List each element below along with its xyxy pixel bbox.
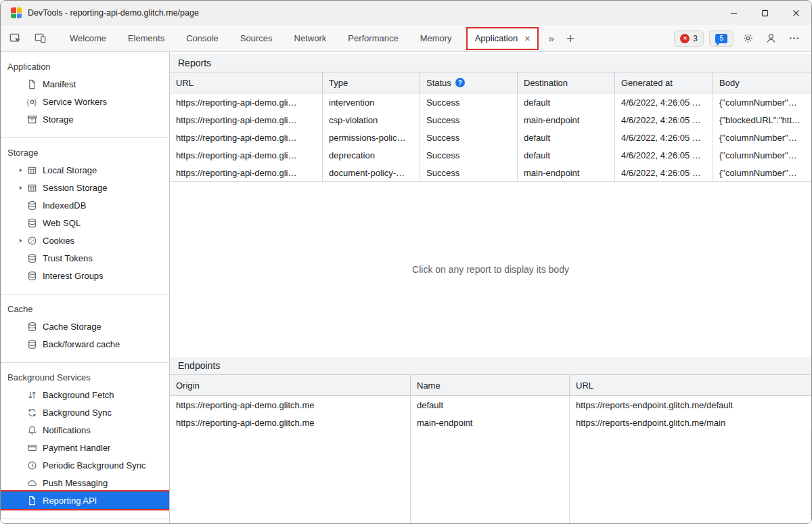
reports-col-generated-at[interactable]: Generated at: [615, 72, 713, 93]
tab-network[interactable]: Network: [284, 25, 338, 51]
report-url[interactable]: https://reporting-api-demo.gli…: [170, 111, 323, 129]
maximize-button[interactable]: [749, 1, 780, 25]
tab-memory[interactable]: Memory: [409, 25, 463, 51]
report-type[interactable]: deprecation: [323, 146, 420, 164]
application-sidebar: Application Manifest Service Workers Sto…: [1, 52, 170, 523]
expand-arrow-icon[interactable]: [14, 167, 26, 173]
sidebar-item-payment-handler[interactable]: Payment Handler: [1, 439, 169, 456]
report-row[interactable]: https://reporting-api-demo.gli… csp-viol…: [170, 111, 811, 129]
reports-col-status[interactable]: Status ?: [420, 72, 518, 93]
sidebar-item-trust-tokens[interactable]: Trust Tokens: [1, 249, 169, 267]
report-destination[interactable]: main-endpoint: [518, 164, 615, 181]
tab-welcome[interactable]: Welcome: [59, 25, 117, 51]
reports-col-type[interactable]: Type: [323, 72, 420, 93]
close-tab-icon[interactable]: ×: [524, 34, 530, 43]
report-body[interactable]: {"columnNumber"…: [713, 129, 811, 146]
status-help-icon[interactable]: ?: [455, 78, 465, 87]
report-type[interactable]: permissions-polic…: [323, 129, 420, 146]
sidebar-item-notifications[interactable]: Notifications: [1, 421, 169, 439]
report-url[interactable]: https://reporting-api-demo.gli…: [170, 146, 323, 164]
tab-sources[interactable]: Sources: [229, 25, 284, 51]
report-body[interactable]: {"columnNumber"…: [713, 146, 811, 164]
sidebar-item-periodic-background-sync[interactable]: Periodic Background Sync: [1, 456, 169, 474]
reports-col-body[interactable]: Body: [713, 72, 811, 93]
report-url[interactable]: https://reporting-api-demo.gli…: [170, 93, 323, 111]
report-body[interactable]: {"columnNumber"…: [713, 93, 811, 111]
sidebar-item-label: Session Storage: [43, 183, 107, 193]
sidebar-section-background-services: Background Services Background Fetch Bac…: [1, 363, 169, 519]
expand-arrow-icon[interactable]: [14, 238, 26, 244]
sidebar-item-cookies[interactable]: Cookies: [1, 232, 169, 249]
sidebar-item-back-forward-cache[interactable]: Back/forward cache: [1, 335, 169, 353]
tab-application[interactable]: Application ×: [466, 27, 539, 50]
report-row[interactable]: https://reporting-api-demo.gli… document…: [170, 164, 811, 181]
sidebar-item-cache-storage[interactable]: Cache Storage: [1, 318, 169, 335]
report-row[interactable]: https://reporting-api-demo.gli… deprecat…: [170, 146, 811, 164]
report-generated-at[interactable]: 4/6/2022, 4:26:05 …: [615, 164, 713, 181]
expand-arrow-icon[interactable]: [14, 185, 26, 191]
report-status[interactable]: Success: [420, 129, 518, 146]
report-body[interactable]: {"columnNumber"…: [713, 164, 811, 181]
endpoints-col-name[interactable]: Name: [411, 375, 570, 395]
report-destination[interactable]: default: [518, 146, 615, 164]
endpoints-filler-cell: [411, 431, 570, 523]
document-icon: [26, 79, 37, 89]
endpoints-col-url[interactable]: URL: [570, 375, 811, 395]
sidebar-section-cache: Cache Cache Storage Back/forward cache: [1, 294, 169, 363]
report-status[interactable]: Success: [420, 93, 518, 111]
report-generated-at[interactable]: 4/6/2022, 4:26:05 …: [615, 129, 713, 146]
cookie-icon: [26, 235, 37, 246]
sidebar-item-reporting-api[interactable]: Reporting API: [1, 492, 169, 509]
tab-console[interactable]: Console: [175, 25, 229, 51]
reports-col-url[interactable]: URL: [170, 72, 323, 93]
report-status[interactable]: Success: [420, 164, 518, 181]
settings-gear-icon[interactable]: [739, 30, 757, 47]
endpoints-col-origin[interactable]: Origin: [170, 375, 411, 395]
report-type[interactable]: csp-violation: [323, 111, 420, 129]
report-generated-at[interactable]: 4/6/2022, 4:26:05 …: [615, 111, 713, 129]
more-tabs-button[interactable]: »: [542, 25, 560, 51]
report-generated-at[interactable]: 4/6/2022, 4:26:05 …: [615, 93, 713, 111]
report-body[interactable]: {"blockedURL":"htt…: [713, 111, 811, 129]
minimize-button[interactable]: [718, 1, 749, 25]
sidebar-item-label: Push Messaging: [43, 478, 108, 488]
devtools-logo-icon: [11, 7, 22, 18]
report-type[interactable]: document-policy-…: [323, 164, 420, 181]
report-row[interactable]: https://reporting-api-demo.gli… interven…: [170, 93, 811, 111]
report-destination[interactable]: default: [518, 93, 615, 111]
sidebar-item-background-sync[interactable]: Background Sync: [1, 403, 169, 421]
sidebar-item-interest-groups[interactable]: Interest Groups: [1, 267, 169, 284]
reports-col-destination[interactable]: Destination: [518, 72, 615, 93]
sidebar-item-manifest[interactable]: Manifest: [1, 75, 169, 93]
error-badge[interactable]: 3: [674, 30, 704, 47]
report-generated-at[interactable]: 4/6/2022, 4:26:05 …: [615, 146, 713, 164]
new-tab-button[interactable]: +: [560, 25, 581, 51]
tab-performance[interactable]: Performance: [337, 25, 409, 51]
sidebar-item-push-messaging[interactable]: Push Messaging: [1, 474, 169, 492]
cloud-icon: [26, 477, 37, 488]
sidebar-item-web-sql[interactable]: Web SQL: [1, 214, 169, 232]
report-status[interactable]: Success: [420, 111, 518, 129]
report-type[interactable]: intervention: [323, 93, 420, 111]
tab-elements[interactable]: Elements: [117, 25, 175, 51]
report-destination[interactable]: main-endpoint: [518, 111, 615, 129]
sidebar-item-background-fetch[interactable]: Background Fetch: [1, 386, 169, 403]
issues-badge[interactable]: 5: [709, 30, 734, 47]
sidebar-item-local-storage[interactable]: Local Storage: [1, 161, 169, 179]
device-toolbar-icon[interactable]: [29, 28, 51, 49]
more-options-icon[interactable]: [785, 30, 803, 47]
report-row[interactable]: https://reporting-api-demo.gli… permissi…: [170, 129, 811, 146]
sidebar-item-session-storage[interactable]: Session Storage: [1, 179, 169, 196]
report-destination[interactable]: default: [518, 129, 615, 146]
inspect-element-icon[interactable]: [4, 28, 26, 49]
sidebar-item-label: Trust Tokens: [43, 253, 93, 263]
sidebar-item-service-workers[interactable]: Service Workers: [1, 93, 169, 110]
sidebar-item-indexeddb[interactable]: IndexedDB: [1, 196, 169, 214]
titlebar[interactable]: DevTools - reporting-api-demo.glitch.me/…: [1, 1, 811, 25]
report-url[interactable]: https://reporting-api-demo.gli…: [170, 129, 323, 146]
close-button[interactable]: [780, 1, 811, 25]
report-status[interactable]: Success: [420, 146, 518, 164]
report-url[interactable]: https://reporting-api-demo.gli…: [170, 164, 323, 181]
sidebar-item-storage[interactable]: Storage: [1, 110, 169, 128]
feedback-person-icon[interactable]: [762, 30, 780, 47]
